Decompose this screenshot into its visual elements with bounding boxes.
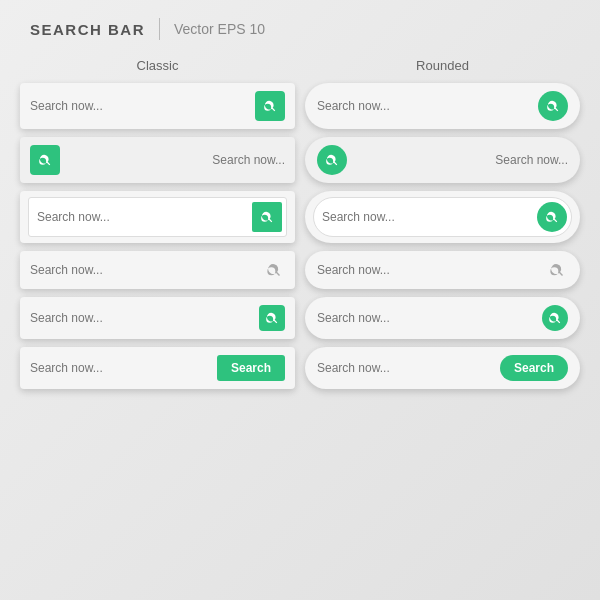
search-icon: [325, 153, 339, 167]
search-input-c3[interactable]: [37, 210, 252, 224]
search-gray-icon: [263, 259, 285, 281]
classic-bar-4: [20, 251, 295, 289]
search-button-r1[interactable]: [538, 91, 568, 121]
search-icon: [546, 99, 560, 113]
search-input-c5[interactable]: [30, 311, 259, 325]
search-input-r2[interactable]: [355, 153, 568, 167]
search-icon: [260, 210, 274, 224]
search-input-r1[interactable]: [317, 99, 538, 113]
rounded-bar-5: [305, 297, 580, 339]
search-input-c2[interactable]: [68, 153, 285, 167]
columns-container: Classic: [20, 58, 580, 397]
search-bar-r4: [317, 259, 568, 281]
classic-column-title: Classic: [137, 58, 179, 73]
search-button-r2[interactable]: [317, 145, 347, 175]
search-button-c5[interactable]: [259, 305, 285, 331]
search-bar-style3: [28, 197, 287, 237]
classic-bar-5: [20, 297, 295, 339]
search-button-r3[interactable]: [537, 202, 567, 232]
rounded-bar-1: [305, 83, 580, 129]
rounded-column: Rounded: [305, 58, 580, 397]
search-input-r3[interactable]: [322, 210, 537, 224]
search-button-r5[interactable]: [542, 305, 568, 331]
classic-bar-6: Search: [20, 347, 295, 389]
classic-bar-1: [20, 83, 295, 129]
search-bar-r6: Search: [317, 355, 568, 381]
search-text-button-c6[interactable]: Search: [217, 355, 285, 381]
search-input-r6[interactable]: [317, 361, 500, 375]
search-bar-r3: [313, 197, 572, 237]
search-icon: [549, 262, 565, 278]
search-input-c6[interactable]: [30, 361, 217, 375]
search-icon: [263, 99, 277, 113]
rounded-bar-3: [305, 191, 580, 243]
search-icon: [266, 262, 282, 278]
classic-bar-3: [20, 191, 295, 243]
page-title: SEARCH BAR: [30, 21, 145, 38]
rounded-bar-2: [305, 137, 580, 183]
rounded-bar-4: [305, 251, 580, 289]
search-button-c2[interactable]: [30, 145, 60, 175]
page-background: SEARCH BAR Vector EPS 10 Classic: [0, 0, 600, 600]
search-icon: [265, 311, 279, 325]
search-bar-style4: [30, 259, 285, 281]
header: SEARCH BAR Vector EPS 10: [20, 18, 265, 40]
search-bar-style1: [30, 91, 285, 121]
page-subtitle: Vector EPS 10: [174, 21, 265, 37]
search-input-c1[interactable]: [30, 99, 255, 113]
search-input-r5[interactable]: [317, 311, 542, 325]
classic-bar-2: [20, 137, 295, 183]
classic-column: Classic: [20, 58, 295, 397]
header-divider: [159, 18, 160, 40]
search-bar-style5: [30, 305, 285, 331]
search-button-c1[interactable]: [255, 91, 285, 121]
search-text-button-r6[interactable]: Search: [500, 355, 568, 381]
search-icon: [545, 210, 559, 224]
search-input-c4[interactable]: [30, 263, 263, 277]
search-input-r4[interactable]: [317, 263, 546, 277]
search-bar-style6: Search: [30, 355, 285, 381]
search-bar-r1: [317, 91, 568, 121]
search-button-c3[interactable]: [252, 202, 282, 232]
search-icon: [548, 311, 562, 325]
search-icon: [38, 153, 52, 167]
search-bar-r5: [317, 305, 568, 331]
rounded-bar-6: Search: [305, 347, 580, 389]
search-gray-icon-r4: [546, 259, 568, 281]
rounded-column-title: Rounded: [416, 58, 469, 73]
